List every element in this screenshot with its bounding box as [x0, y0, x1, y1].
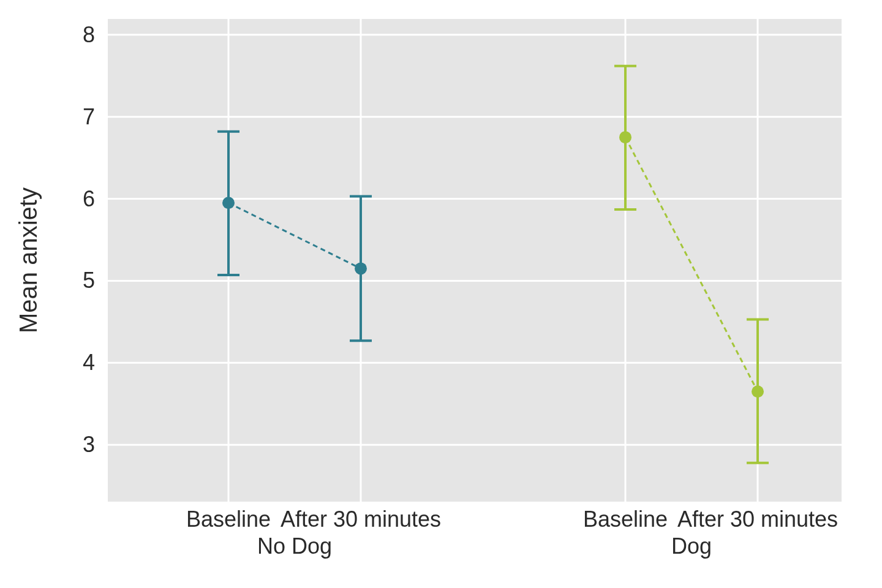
y-axis-title: Mean anxiety — [15, 187, 42, 333]
x-tick-label: After 30 minutes — [281, 507, 441, 532]
x-tick-label: After 30 minutes — [677, 507, 838, 532]
x-tick-label: Baseline — [186, 507, 271, 532]
x-group-label: No Dog — [257, 533, 332, 559]
plot-background — [107, 18, 842, 502]
data-point — [619, 131, 631, 143]
y-tick-label: 4 — [83, 350, 95, 375]
data-point — [222, 197, 235, 209]
data-point — [355, 262, 367, 274]
anxiety-errorbar-chart: 345678BaselineAfter 30 minutesNo DogBase… — [0, 0, 882, 588]
y-tick-label: 6 — [83, 186, 95, 211]
y-tick-label: 7 — [83, 104, 95, 129]
y-tick-label: 8 — [83, 22, 95, 47]
y-tick-label: 5 — [83, 268, 95, 293]
x-tick-label: Baseline — [583, 507, 668, 532]
x-group-label: Dog — [671, 533, 712, 559]
data-point — [752, 385, 764, 398]
y-tick-label: 3 — [83, 432, 95, 457]
